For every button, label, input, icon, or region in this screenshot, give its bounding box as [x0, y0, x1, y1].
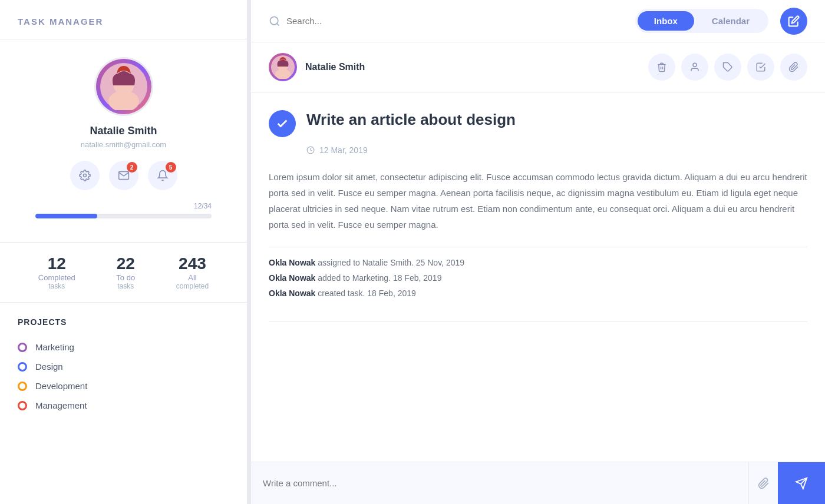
- project-dot-design: [18, 362, 27, 372]
- notifications-button[interactable]: 5: [148, 161, 177, 190]
- message-header: Natalie Smith: [251, 42, 825, 92]
- tab-inbox[interactable]: Inbox: [638, 11, 694, 31]
- stats-section: 12 Completed tasks 22 To do tasks 243 Al…: [0, 243, 247, 303]
- main-content: Inbox Calendar Natalie Smith: [251, 0, 825, 504]
- tag-button[interactable]: [714, 54, 741, 81]
- project-label-marketing: Marketing: [35, 342, 74, 352]
- project-dot-marketing: [18, 343, 27, 352]
- search-input[interactable]: [286, 16, 404, 26]
- comment-input[interactable]: [251, 462, 748, 504]
- progress-label: 12/34: [35, 202, 212, 210]
- message-actions: [648, 54, 807, 81]
- topbar: Inbox Calendar: [251, 0, 825, 42]
- assign-button[interactable]: [681, 54, 708, 81]
- profile-email: natalie.smith@gmail.com: [81, 140, 166, 149]
- app-logo: TASK MANAGER: [18, 16, 103, 26]
- sidebar-header: TASK MANAGER: [0, 0, 247, 39]
- project-item-development[interactable]: Development: [18, 376, 229, 396]
- attach-message-button[interactable]: [780, 54, 807, 81]
- progress-bar-background: [35, 214, 212, 218]
- project-label-management: Management: [35, 400, 87, 410]
- complete-button[interactable]: [747, 54, 774, 81]
- search-icon: [269, 15, 280, 27]
- messages-badge: 2: [127, 162, 137, 173]
- stat-completed-label2: tasks: [38, 282, 75, 290]
- stat-todo-label2: tasks: [116, 282, 135, 290]
- project-item-management[interactable]: Management: [18, 396, 229, 415]
- activity-action-0: assigned to Natalie Smith.: [318, 258, 416, 267]
- stat-completed: 12 Completed tasks: [38, 254, 75, 290]
- profile-name: Natalie Smith: [90, 125, 157, 137]
- messages-button[interactable]: 2: [109, 161, 138, 190]
- activity-actor-1: Okla Nowak: [269, 273, 315, 283]
- projects-section: PROJECTS Marketing Design Development Ma…: [0, 303, 247, 430]
- message-sender-name: Natalie Smith: [305, 62, 365, 72]
- stat-all-label1: All: [176, 273, 209, 282]
- clock-icon: [306, 146, 315, 154]
- project-dot-development: [18, 382, 27, 391]
- delete-button[interactable]: [648, 54, 675, 81]
- activity-date-0: 25 Nov, 2019: [416, 258, 464, 267]
- activity-item-2: Okla Nowak created task. 18 Feb, 2019: [269, 289, 807, 298]
- svg-point-4: [270, 17, 278, 25]
- stat-todo: 22 To do tasks: [116, 254, 135, 290]
- message-sender-avatar: [269, 53, 297, 81]
- activity-date-2: 18 Feb, 2019: [367, 289, 416, 298]
- project-label-development: Development: [35, 381, 87, 391]
- activity-actor-0: Okla Nowak: [269, 258, 315, 267]
- stat-completed-label1: Completed: [38, 273, 75, 282]
- stat-all-number: 243: [176, 254, 209, 273]
- stat-completed-number: 12: [38, 254, 75, 273]
- comment-attach-button[interactable]: [748, 462, 778, 505]
- activity-date-1: 18 Feb, 2019: [393, 273, 442, 283]
- activity-item-0: Okla Nowak assigned to Natalie Smith. 25…: [269, 258, 807, 267]
- task-title: Write an article about design: [306, 110, 516, 130]
- activity-list: Okla Nowak assigned to Natalie Smith. 25…: [269, 258, 807, 316]
- tab-group: Inbox Calendar: [635, 9, 768, 33]
- activity-actor-2: Okla Nowak: [269, 289, 315, 298]
- tab-calendar[interactable]: Calendar: [695, 11, 766, 31]
- task-title-row: Write an article about design: [269, 110, 807, 137]
- content-divider: [269, 247, 807, 247]
- settings-button[interactable]: [70, 161, 100, 190]
- avatar-image: [96, 59, 151, 114]
- profile-section: Natalie Smith natalie.smith@gmail.com 2 …: [0, 39, 247, 243]
- task-date-row: 12 Mar, 2019: [306, 145, 807, 155]
- project-label-design: Design: [35, 362, 63, 372]
- activity-action-1: added to Marketing.: [318, 273, 393, 283]
- stat-todo-number: 22: [116, 254, 135, 273]
- project-item-marketing[interactable]: Marketing: [18, 337, 229, 357]
- content-divider-2: [269, 321, 807, 322]
- compose-button[interactable]: [780, 8, 807, 35]
- notifications-badge: 5: [166, 162, 176, 173]
- progress-bar-fill: [35, 214, 97, 218]
- stat-all-label2: completed: [176, 282, 209, 290]
- projects-title: PROJECTS: [18, 317, 229, 327]
- progress-section: 12/34: [18, 202, 229, 230]
- search-container: [269, 15, 623, 27]
- stat-all: 243 All completed: [176, 254, 209, 290]
- avatar: [94, 57, 153, 116]
- task-date: 12 Mar, 2019: [319, 145, 368, 155]
- svg-point-9: [693, 63, 697, 67]
- activity-action-2: created task.: [318, 289, 367, 298]
- profile-icons: 2 5: [70, 161, 177, 190]
- task-content: Write an article about design 12 Mar, 20…: [251, 92, 825, 462]
- send-comment-button[interactable]: [778, 462, 825, 505]
- project-item-design[interactable]: Design: [18, 357, 229, 376]
- comment-box: [251, 462, 825, 504]
- svg-line-5: [277, 24, 279, 26]
- project-dot-management: [18, 401, 27, 410]
- activity-item-1: Okla Nowak added to Marketing. 18 Feb, 2…: [269, 273, 807, 283]
- task-complete-button[interactable]: [269, 110, 296, 137]
- stat-todo-label1: To do: [116, 273, 135, 282]
- svg-point-3: [83, 174, 86, 177]
- sidebar: TASK MANAGER Natalie Smith natalie.smith…: [0, 0, 248, 504]
- task-body: Lorem ipsum dolor sit amet, consectetur …: [269, 169, 807, 233]
